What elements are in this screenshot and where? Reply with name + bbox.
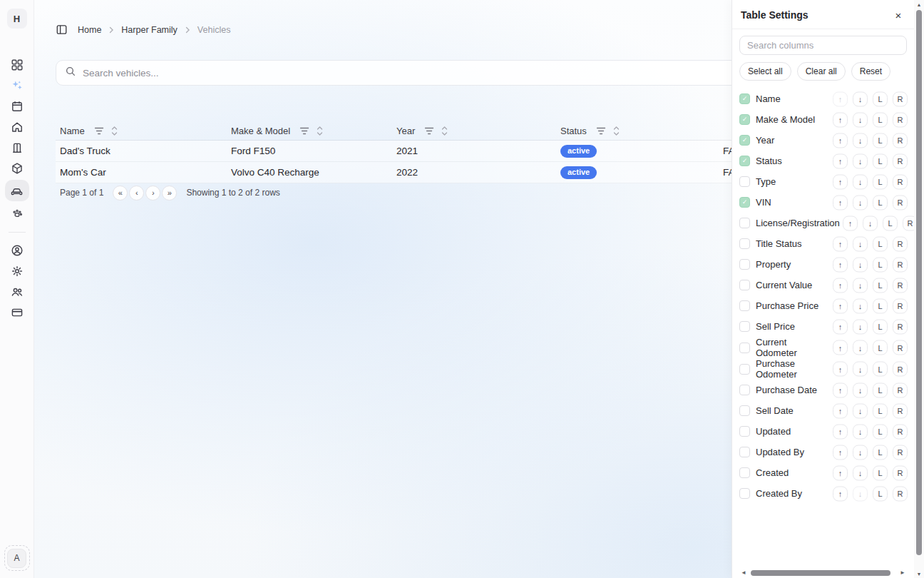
column-checkbox[interactable]: ✓ [739, 156, 750, 166]
sort-icon[interactable] [613, 126, 620, 136]
pin-left-button[interactable]: L [873, 174, 888, 189]
filter-icon[interactable] [94, 127, 104, 135]
sidebar-item-vehicles[interactable] [5, 180, 29, 201]
pin-left-button[interactable]: L [873, 298, 888, 313]
column-checkbox[interactable]: ✓ [739, 426, 750, 437]
column-checkbox[interactable]: ✓ [739, 343, 750, 353]
move-up-button[interactable]: ↑ [843, 216, 858, 230]
column-checkbox[interactable]: ✓ [739, 93, 750, 104]
scroll-up-arrow-icon[interactable]: ▲ [914, 2, 924, 7]
pin-left-button[interactable]: L [873, 424, 888, 439]
pin-right-button[interactable]: R [893, 319, 908, 334]
pin-left-button[interactable]: L [873, 195, 888, 210]
column-checkbox[interactable]: ✓ [739, 300, 750, 311]
app-logo[interactable]: H [7, 9, 27, 29]
sort-icon[interactable] [317, 126, 323, 136]
pin-right-button[interactable]: R [893, 257, 908, 272]
pin-left-button[interactable]: L [873, 133, 888, 148]
move-up-button[interactable]: ↑ [833, 133, 848, 148]
move-up-button[interactable]: ↑ [833, 445, 848, 460]
user-avatar-button[interactable]: A [4, 545, 30, 571]
move-down-button[interactable]: ↓ [853, 465, 868, 480]
move-down-button[interactable]: ↓ [853, 486, 868, 501]
move-up-button[interactable]: ↑ [833, 340, 848, 355]
sidebar-item-home[interactable] [5, 116, 29, 137]
reset-button[interactable]: Reset [851, 62, 890, 81]
move-up-button[interactable]: ↑ [833, 424, 848, 439]
pin-right-button[interactable]: R [893, 195, 908, 210]
move-up-button[interactable]: ↑ [833, 153, 848, 168]
vertical-scroll-thumb[interactable] [916, 10, 922, 555]
move-down-button[interactable]: ↓ [853, 319, 868, 334]
move-up-button[interactable]: ↑ [833, 278, 848, 293]
pin-right-button[interactable]: R [893, 424, 908, 439]
move-up-button[interactable]: ↑ [833, 362, 848, 377]
sort-icon[interactable] [441, 126, 448, 136]
move-down-button[interactable]: ↓ [853, 403, 868, 418]
pin-right-button[interactable]: R [893, 112, 908, 127]
next-page-button[interactable]: › [145, 186, 160, 201]
first-page-button[interactable]: « [113, 186, 128, 201]
move-down-button[interactable]: ↓ [853, 174, 868, 189]
sidebar-item-members[interactable] [5, 281, 29, 302]
pin-right-button[interactable]: R [903, 216, 914, 230]
pin-right-button[interactable]: R [893, 362, 908, 377]
pin-right-button[interactable]: R [893, 153, 908, 168]
pin-left-button[interactable]: L [873, 465, 888, 480]
pin-right-button[interactable]: R [893, 298, 908, 313]
sidebar-item-billing[interactable] [5, 302, 29, 323]
move-up-button[interactable]: ↑ [833, 257, 848, 272]
pin-right-button[interactable]: R [893, 382, 908, 397]
move-up-button[interactable]: ↑ [833, 91, 848, 106]
column-checkbox[interactable]: ✓ [739, 467, 750, 478]
pin-right-button[interactable]: R [893, 465, 908, 480]
column-checkbox[interactable]: ✓ [739, 259, 750, 270]
last-page-button[interactable]: » [162, 186, 177, 201]
pin-left-button[interactable]: L [873, 486, 888, 501]
pin-left-button[interactable]: L [873, 153, 888, 168]
pin-left-button[interactable]: L [873, 362, 888, 377]
pin-right-button[interactable]: R [893, 236, 908, 251]
move-up-button[interactable]: ↑ [833, 486, 848, 501]
pin-right-button[interactable]: R [893, 174, 908, 189]
move-up-button[interactable]: ↑ [833, 174, 848, 189]
close-icon[interactable]: × [892, 9, 905, 21]
column-checkbox[interactable]: ✓ [739, 385, 750, 395]
column-checkbox[interactable]: ✓ [739, 238, 750, 249]
pin-left-button[interactable]: L [873, 91, 888, 106]
scroll-down-arrow-icon[interactable]: ▼ [914, 572, 924, 577]
column-checkbox[interactable]: ✓ [739, 197, 750, 208]
pin-left-button[interactable]: L [873, 319, 888, 334]
move-down-button[interactable]: ↓ [853, 424, 868, 439]
move-up-button[interactable]: ↑ [833, 112, 848, 127]
clear-all-button[interactable]: Clear all [797, 62, 846, 81]
pin-right-button[interactable]: R [893, 340, 908, 355]
pin-left-button[interactable]: L [873, 278, 888, 293]
filter-icon[interactable] [596, 127, 606, 135]
sidebar-item-settings[interactable] [5, 260, 29, 281]
column-checkbox[interactable]: ✓ [739, 114, 750, 125]
move-down-button[interactable]: ↓ [853, 153, 868, 168]
move-down-button[interactable]: ↓ [853, 382, 868, 397]
pin-right-button[interactable]: R [893, 278, 908, 293]
sidebar-item-account[interactable] [5, 240, 29, 260]
pin-left-button[interactable]: L [873, 382, 888, 397]
move-down-button[interactable]: ↓ [863, 216, 878, 230]
column-checkbox[interactable]: ✓ [739, 218, 750, 228]
prev-page-button[interactable]: ‹ [129, 186, 144, 201]
move-up-button[interactable]: ↑ [833, 403, 848, 418]
move-down-button[interactable]: ↓ [853, 298, 868, 313]
move-up-button[interactable]: ↑ [833, 382, 848, 397]
sidebar-item-calendar[interactable] [5, 96, 29, 116]
move-up-button[interactable]: ↑ [833, 319, 848, 334]
move-up-button[interactable]: ↑ [833, 465, 848, 480]
move-down-button[interactable]: ↓ [853, 91, 868, 106]
pin-left-button[interactable]: L [873, 236, 888, 251]
pin-right-button[interactable]: R [893, 403, 908, 418]
sidebar-item-building[interactable] [5, 137, 29, 158]
move-down-button[interactable]: ↓ [853, 112, 868, 127]
column-checkbox[interactable]: ✓ [739, 364, 750, 375]
move-down-button[interactable]: ↓ [853, 340, 868, 355]
pin-left-button[interactable]: L [873, 445, 888, 460]
pin-left-button[interactable]: L [873, 340, 888, 355]
